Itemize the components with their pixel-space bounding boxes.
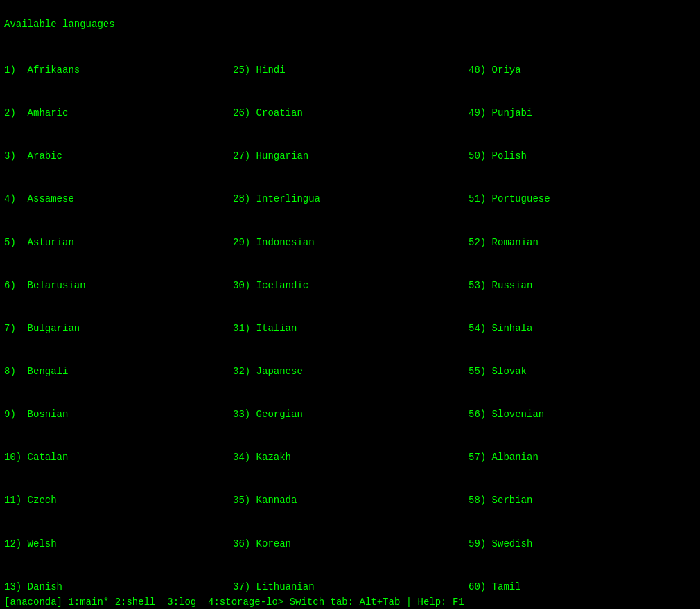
- lang-13: 13) Danish: [4, 580, 233, 594]
- lang-48: 48) Oriya: [469, 63, 690, 78]
- terminal-output: Available languages: [0, 0, 700, 34]
- lang-12: 12) Welsh: [4, 537, 233, 551]
- lang-7: 7) Bulgarian: [4, 321, 233, 336]
- lang-34: 34) Kazakh: [233, 450, 469, 465]
- lang-60: 60) Tamil: [469, 580, 690, 594]
- lang-49: 49) Punjabi: [469, 106, 690, 121]
- lang-5: 5) Asturian: [4, 236, 233, 250]
- lang-55: 55) Slovak: [469, 364, 690, 379]
- language-column-3: 48) Oriya 49) Punjabi 50) Polish 51) Por…: [469, 34, 690, 609]
- language-column-2: 25) Hindi 26) Croatian 27) Hungarian 28)…: [233, 34, 469, 609]
- lang-51: 51) Portuguese: [469, 192, 690, 206]
- lang-9: 9) Bosnian: [4, 407, 233, 422]
- status-bar: [anaconda] 1:main* 2:shell 3:log 4:stora…: [0, 595, 700, 609]
- lang-50: 50) Polish: [469, 149, 690, 164]
- lang-31: 31) Italian: [233, 321, 469, 336]
- lang-57: 57) Albanian: [469, 450, 690, 465]
- lang-6: 6) Belarusian: [4, 279, 233, 293]
- lang-52: 52) Romanian: [469, 236, 690, 250]
- lang-1: 1) Afrikaans: [4, 63, 233, 78]
- lang-56: 56) Slovenian: [469, 407, 690, 422]
- language-column-1: 1) Afrikaans 2) Amharic 3) Arabic 4) Ass…: [4, 34, 233, 609]
- lang-29: 29) Indonesian: [233, 236, 469, 250]
- lang-26: 26) Croatian: [233, 106, 469, 121]
- lang-8: 8) Bengali: [4, 364, 233, 379]
- lang-11: 11) Czech: [4, 493, 233, 508]
- lang-53: 53) Russian: [469, 279, 690, 293]
- lang-3: 3) Arabic: [4, 149, 233, 164]
- lang-59: 59) Swedish: [469, 537, 690, 551]
- lang-33: 33) Georgian: [233, 407, 469, 422]
- lang-2: 2) Amharic: [4, 106, 233, 121]
- lang-58: 58) Serbian: [469, 493, 690, 508]
- lang-54: 54) Sinhala: [469, 321, 690, 336]
- lang-32: 32) Japanese: [233, 364, 469, 379]
- lang-35: 35) Kannada: [233, 493, 469, 508]
- lang-25: 25) Hindi: [233, 63, 469, 78]
- lang-36: 36) Korean: [233, 537, 469, 551]
- lang-4: 4) Assamese: [4, 192, 233, 206]
- lang-37: 37) Lithuanian: [233, 580, 469, 594]
- lang-27: 27) Hungarian: [233, 149, 469, 164]
- lang-30: 30) Icelandic: [233, 279, 469, 293]
- lang-10: 10) Catalan: [4, 450, 233, 465]
- available-languages-title: Available languages: [4, 19, 115, 30]
- lang-28: 28) Interlingua: [233, 192, 469, 206]
